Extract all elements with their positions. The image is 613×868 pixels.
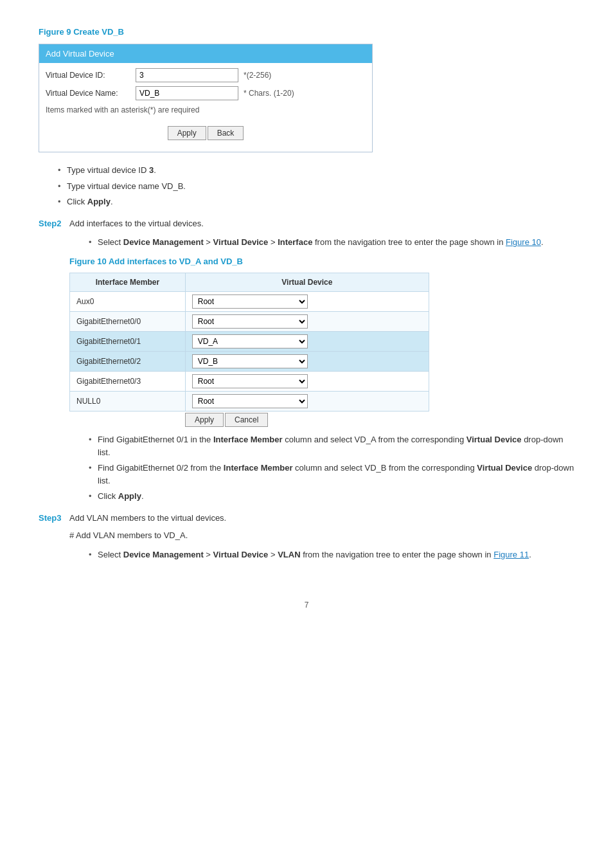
figure10-link[interactable]: Figure 10 [506,237,541,247]
fig10-bullet-3: Click Apply. [89,490,574,503]
table-row: GigabitEthernet0/3 Root [70,372,429,392]
fig9-bullet-1: Type virtual device ID 3. [58,164,574,177]
fig10-apply-button[interactable]: Apply [185,413,224,427]
vd-cell: VD_B [185,352,429,372]
vd-cell: Root [185,372,429,392]
fig9-back-button[interactable]: Back [208,126,244,140]
table-row: NULL0 Root [70,392,429,411]
interface-cell: GigabitEthernet0/1 [70,332,186,352]
interface-table: Interface Member Virtual Device Aux0 Roo… [69,273,429,411]
step2-text: Add interfaces to the virtual devices. [69,217,204,230]
vd-cell: Root [185,312,429,332]
virtual-device-id-row: Virtual Device ID: *(2-256) [46,68,366,82]
vd-select-aux0[interactable]: Root [192,294,308,309]
figure11-link[interactable]: Figure 11 [493,550,529,559]
virtual-device-id-label: Virtual Device ID: [46,69,136,81]
step3-bullet-1: Select Device Management > Virtual Devic… [89,548,574,561]
virtual-device-id-input[interactable] [136,68,238,82]
step2-instructions: Select Device Management > Virtual Devic… [89,236,574,249]
table-row: GigabitEthernet0/0 Root [70,312,429,332]
step3-text: Add VLAN members to the virtual devices. [69,512,226,525]
fig9-button-row: Apply Back [46,122,366,147]
fig10-instructions: Find GigabitEthernet 0/1 in the Interfac… [89,433,574,503]
figure9-form: Add Virtual Device Virtual Device ID: *(… [39,44,373,153]
virtual-device-name-label: Virtual Device Name: [46,87,136,99]
fig10-button-row: Apply Cancel [69,413,574,427]
virtual-device-id-hint: *(2-256) [244,69,271,81]
vd-select-ge02[interactable]: VD_B [192,354,308,368]
figure10-title: Figure 10 Add interfaces to VD_A and VD_… [69,255,574,268]
vd-cell: VD_A [185,332,429,352]
form-header: Add Virtual Device [39,44,372,64]
figure9-title: Figure 9 Create VD_B [39,26,574,39]
interface-cell: GigabitEthernet0/0 [70,312,186,332]
fig9-instructions: Type virtual device ID 3. Type virtual d… [58,164,574,208]
interface-cell: Aux0 [70,292,186,312]
vd-select-null0[interactable]: Root [192,394,308,408]
vd-cell: Root [185,292,429,312]
vd-select-ge03[interactable]: Root [192,374,308,388]
vd-select-ge01[interactable]: VD_A [192,334,308,348]
fig9-bullet-3: Click Apply. [58,195,574,208]
virtual-device-name-row: Virtual Device Name: * Chars. (1-20) [46,86,366,100]
interface-cell: GigabitEthernet0/2 [70,352,186,372]
fig10-bullet-2: Find GigabitEthernet 0/2 from the Interf… [89,462,574,487]
step3-row: Step3 Add VLAN members to the virtual de… [39,512,574,525]
interface-cell: NULL0 [70,392,186,411]
fig9-bullet-2: Type virtual device name VD_B. [58,180,574,193]
step2-bullet-1: Select Device Management > Virtual Devic… [89,236,574,249]
table-row: Aux0 Root [70,292,429,312]
required-note: Items marked with an asterisk(*) are req… [46,104,366,116]
interface-cell: GigabitEthernet0/3 [70,372,186,392]
step2-label: Step2 [39,217,69,230]
fig10-cancel-button[interactable]: Cancel [225,413,268,427]
virtual-device-name-input[interactable] [136,86,238,100]
vd-select-ge00[interactable]: Root [192,314,308,329]
col-virtual-device: Virtual Device [185,273,429,292]
table-row-highlight: GigabitEthernet0/1 VD_A [70,332,429,352]
fig9-apply-button[interactable]: Apply [168,126,206,140]
step3-label: Step3 [39,512,69,525]
fig10-bullet-1: Find GigabitEthernet 0/1 in the Interfac… [89,433,574,458]
step2-row: Step2 Add interfaces to the virtual devi… [39,217,574,230]
page-number: 7 [39,599,574,611]
step3-instructions: Select Device Management > Virtual Devic… [89,548,574,561]
col-interface-member: Interface Member [70,273,186,292]
table-row-highlight: GigabitEthernet0/2 VD_B [70,352,429,372]
virtual-device-name-hint: * Chars. (1-20) [244,87,294,99]
vd-cell: Root [185,392,429,411]
step3-hash-note: # Add VLAN members to VD_A. [69,529,574,542]
